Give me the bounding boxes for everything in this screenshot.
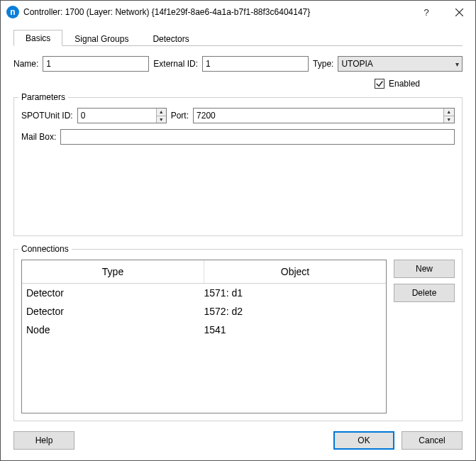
type-label: Type: [313,59,333,69]
connections-header: Type Object [22,260,386,284]
new-button[interactable]: New [394,260,455,278]
name-label: Name: [13,59,38,69]
window-title: Controller: 1700 (Layer: Network) {14f1e… [23,7,410,17]
connections-group: Connections Type Object Detector 1571: d… [13,249,463,421]
enabled-checkbox[interactable] [375,79,384,89]
close-icon[interactable] [443,1,475,23]
cell-type: Detector [26,287,204,299]
help-button[interactable]: Help [13,431,74,450]
ok-button[interactable]: OK [333,431,394,450]
chevron-up-icon[interactable]: ▲ [157,109,166,116]
chevron-down-icon[interactable]: ▼ [444,116,454,123]
port-spin-buttons[interactable]: ▲▼ [443,109,454,123]
table-row[interactable]: Node 1541 [22,321,386,339]
table-row[interactable]: Detector 1571: d1 [22,284,386,302]
spotunit-label: SPOTUnit ID: [21,111,73,121]
table-row[interactable]: Detector 1572: d2 [22,302,386,321]
enabled-label: Enabled [389,79,420,89]
spotunit-stepper[interactable]: ▲▼ [77,108,167,123]
cell-object: 1541 [204,324,382,335]
connections-title: Connections [18,244,72,254]
mailbox-input[interactable] [60,129,455,145]
delete-button[interactable]: Delete [394,284,455,302]
help-icon[interactable]: ? [410,1,443,23]
tab-basics[interactable]: Basics [13,30,62,46]
cell-object: 1572: d2 [204,306,382,317]
external-id-input[interactable] [202,56,309,72]
column-type[interactable]: Type [22,260,204,283]
parameters-group: Parameters SPOTUnit ID: ▲▼ Port: ▲▼ Mail… [13,97,463,236]
spotunit-spin-buttons[interactable]: ▲▼ [156,109,166,123]
cell-type: Node [26,324,204,335]
parameters-title: Parameters [18,92,68,102]
type-value: UTOPIA [341,59,372,69]
column-object[interactable]: Object [204,260,386,283]
connections-table: Type Object Detector 1571: d1 Detector 1… [21,260,387,413]
chevron-up-icon[interactable]: ▲ [444,109,454,116]
type-select[interactable]: UTOPIA ▾ [338,56,463,72]
spotunit-input[interactable] [78,109,156,123]
chevron-down-icon[interactable]: ▼ [157,116,166,123]
app-icon: n [6,6,19,18]
name-input[interactable] [43,56,149,72]
tab-detectors[interactable]: Detectors [140,30,201,46]
tab-signal-groups[interactable]: Signal Groups [62,30,140,46]
cell-object: 1571: d1 [204,287,382,299]
mailbox-label: Mail Box: [21,132,56,142]
tabs: Basics Signal Groups Detectors [13,29,463,46]
chevron-down-icon: ▾ [455,60,459,68]
port-label: Port: [171,111,189,121]
cell-type: Detector [26,306,204,317]
port-stepper[interactable]: ▲▼ [193,108,455,123]
cancel-button[interactable]: Cancel [402,431,463,450]
port-input[interactable] [194,109,443,123]
external-id-label: External ID: [153,59,198,69]
titlebar: n Controller: 1700 (Layer: Network) {14f… [1,1,475,23]
